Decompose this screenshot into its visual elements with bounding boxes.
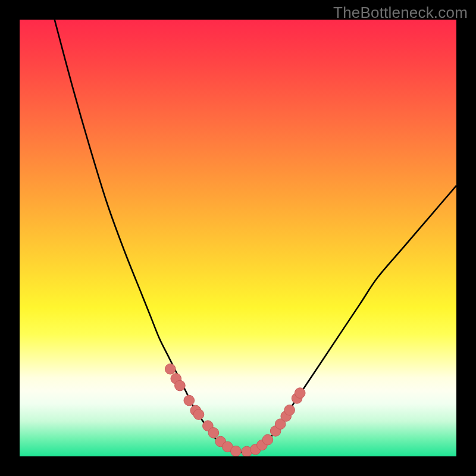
data-point [208, 428, 219, 439]
watermark-text: TheBottleneck.com [333, 4, 468, 22]
data-point [284, 405, 295, 415]
dots-group [165, 364, 305, 456]
data-point [193, 409, 204, 420]
data-point [175, 380, 186, 391]
bottleneck-curve-svg [20, 20, 456, 456]
data-point [295, 388, 305, 399]
data-point [184, 395, 195, 406]
curve-group [55, 20, 456, 452]
bottleneck-curve [55, 20, 456, 452]
data-point [231, 446, 242, 456]
chart-frame: TheBottleneck.com [0, 0, 476, 476]
data-point [165, 364, 176, 374]
data-point [262, 434, 273, 445]
